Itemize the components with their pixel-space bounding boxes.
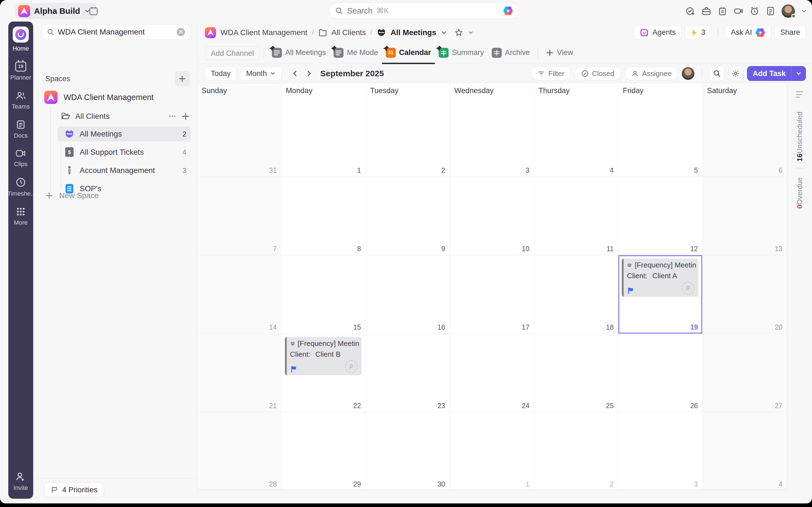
tab-all-meetings[interactable]: All Meetings (268, 43, 330, 64)
add-task-button[interactable]: Add Task (747, 66, 806, 81)
filter-button[interactable]: Filter (531, 67, 571, 80)
calendar-day-cell[interactable]: 6 (703, 98, 787, 177)
rail-item-clips[interactable]: Clips (14, 149, 28, 168)
reminder-alarm-icon[interactable] (750, 6, 759, 16)
calendar-day-cell[interactable]: 29 (282, 412, 366, 490)
workspace-switcher[interactable]: Alpha Build (15, 3, 96, 19)
add-view-button[interactable]: View (542, 43, 577, 64)
calendar-day-cell[interactable]: 28 (197, 412, 282, 490)
boost-button[interactable]: 3 (685, 25, 711, 40)
tab-archive[interactable]: Archive (488, 43, 534, 64)
new-task-icon[interactable] (685, 6, 695, 16)
calendar-day-cell[interactable]: 20 (703, 255, 787, 334)
global-search-input[interactable]: Search ⌘K (329, 3, 519, 19)
calendar-day-cell[interactable]: 7 (197, 177, 282, 255)
sidebar-search-input[interactable]: WDA Client Management ✕ (42, 24, 190, 40)
calendar-day-cell[interactable]: 8 (282, 177, 366, 255)
search-tasks-button[interactable] (709, 66, 724, 81)
calendar-day-cell[interactable]: 5 (618, 98, 703, 177)
filter-avatar[interactable] (682, 67, 695, 80)
folder-add-icon[interactable] (182, 112, 190, 120)
calendar-day-cell[interactable]: 15 (282, 255, 366, 334)
star-favorite-icon[interactable] (454, 28, 463, 37)
calendar-day-cell[interactable]: 4 (703, 412, 787, 490)
calendar-day-cell[interactable]: 27 (703, 334, 787, 412)
tab-summary[interactable]: Summary (435, 43, 488, 64)
chevron-down-icon[interactable] (801, 8, 807, 14)
view-settings-button[interactable] (728, 66, 743, 81)
sidebar-list-account-management[interactable]: Account Management 3 (57, 163, 191, 178)
chevron-down-icon[interactable] (792, 70, 806, 77)
calendar-day-cell[interactable]: 2 (534, 412, 618, 490)
calendar-day-cell[interactable]: 9 (366, 177, 450, 255)
chevron-down-icon[interactable] (441, 29, 447, 36)
breadcrumb-folder[interactable]: All Clients (332, 28, 366, 37)
clips-video-icon[interactable] (733, 6, 744, 16)
folder-more-icon[interactable] (168, 112, 176, 120)
calendar-day-cell[interactable]: 1 (282, 98, 366, 177)
unscheduled-toggle[interactable]: 16 Unscheduled (796, 109, 804, 162)
calendar-day-cell[interactable]: 31 (197, 98, 282, 177)
tab-me-mode[interactable]: Me Mode (330, 43, 382, 64)
calendar-day-cell[interactable]: 26 (618, 334, 703, 412)
calendar-day-cell[interactable]: 1 (450, 412, 534, 490)
new-space-button[interactable]: New Space (45, 191, 99, 200)
calendar-day-cell[interactable]: 14 (197, 255, 282, 334)
calendar-day-cell[interactable]: 11 (534, 177, 618, 255)
calendar-day-cell[interactable]: 25 (534, 334, 618, 412)
task-card[interactable]: [Frequency] MeetinClient:Client A (622, 259, 699, 297)
agents-button[interactable]: Agents (634, 25, 681, 40)
calendar-day-cell[interactable]: [Frequency] MeetinClient:Client B22 (282, 334, 366, 412)
tab-calendar[interactable]: 31 Calendar (382, 43, 435, 64)
user-avatar[interactable] (781, 4, 795, 18)
calendar-day-cell[interactable]: 16 (366, 255, 450, 334)
breadcrumb-space[interactable]: WDA Client Management (220, 28, 307, 37)
sidebar-space-wda[interactable]: WDA Client Management (44, 91, 154, 104)
calendar-day-cell[interactable]: 17 (450, 255, 534, 334)
share-button[interactable]: Share (774, 25, 806, 40)
doc-icon[interactable] (766, 6, 775, 16)
sidebar-list-all-meetings[interactable]: All Meetings 2 (57, 126, 191, 142)
calendar-day-cell[interactable]: 23 (366, 334, 450, 412)
calendar-day-cell[interactable]: 30 (366, 412, 450, 490)
add-assignee-icon[interactable] (682, 282, 695, 294)
calendar-day-cell[interactable]: 2 (366, 98, 450, 177)
briefcase-icon[interactable] (701, 6, 711, 16)
calendar-day-cell[interactable]: 24 (450, 334, 534, 412)
overdue-toggle[interactable]: 0 Overdue (796, 174, 804, 209)
rail-item-invite[interactable]: Invite (13, 471, 28, 492)
rail-item-home[interactable]: Home (13, 26, 29, 52)
calendar-day-cell[interactable]: 13 (703, 177, 787, 255)
rail-item-planner[interactable]: 19 Planner (10, 62, 31, 81)
priorities-button[interactable]: 4 Priorities (44, 483, 104, 497)
ask-ai-button[interactable]: Ask AI (725, 25, 771, 40)
today-button[interactable]: Today (205, 67, 237, 80)
calendar-day-cell[interactable]: 10 (450, 177, 534, 255)
breadcrumb-list[interactable]: All Meetings (391, 28, 436, 37)
closed-button[interactable]: Closed (575, 67, 621, 80)
sidebar-list-support-tickets[interactable]: $ All Support Tickets 4 (57, 145, 191, 160)
add-space-button[interactable] (175, 71, 190, 86)
rail-item-timesheets[interactable]: Timeshe.. (7, 177, 34, 197)
calendar-day-cell[interactable]: 3 (450, 98, 534, 177)
notepad-icon[interactable] (717, 6, 727, 16)
range-select[interactable]: Month (240, 67, 282, 80)
rail-item-teams[interactable]: Teams (12, 91, 30, 110)
calendar-day-cell[interactable]: [Frequency] MeetinClient:Client A19 (618, 255, 703, 334)
add-channel-button[interactable]: Add Channel (205, 46, 260, 60)
calendar-day-cell[interactable]: 12 (618, 177, 703, 255)
add-assignee-icon[interactable] (345, 360, 358, 373)
rail-item-docs[interactable]: Docs (14, 120, 28, 139)
calendar-day-cell[interactable]: 3 (618, 412, 703, 490)
assignee-button[interactable]: Assignee (625, 67, 678, 80)
next-month-button[interactable] (302, 70, 316, 77)
calendar-quick-icon[interactable] (88, 5, 99, 16)
rail-item-more[interactable]: More (14, 207, 28, 226)
calendar-day-cell[interactable]: 18 (534, 255, 618, 334)
clear-search-icon[interactable]: ✕ (177, 28, 185, 36)
unscheduled-panel-handle-icon[interactable] (796, 91, 803, 98)
task-card[interactable]: [Frequency] MeetinClient:Client B (285, 337, 362, 375)
chevron-down-icon[interactable] (468, 30, 474, 36)
calendar-day-cell[interactable]: 4 (534, 98, 618, 177)
sidebar-folder-all-clients[interactable]: All Clients (61, 110, 190, 123)
